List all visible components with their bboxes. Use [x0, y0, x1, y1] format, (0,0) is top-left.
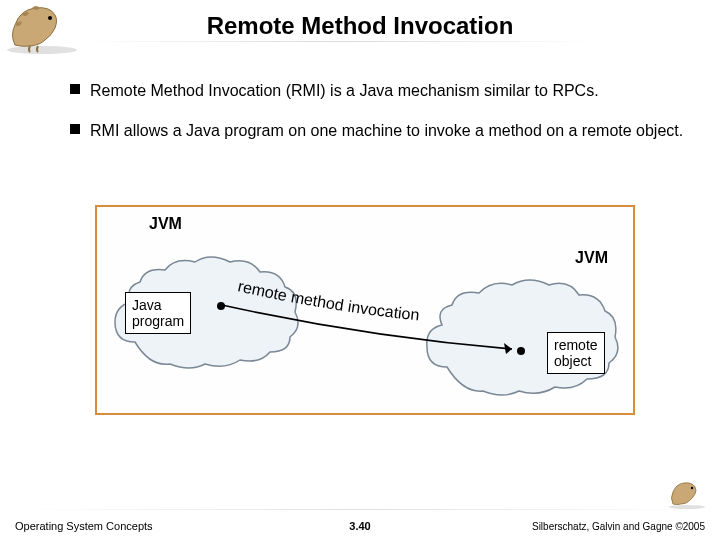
bullet-list: Remote Method Invocation (RMI) is a Java… [70, 80, 690, 159]
svg-text:remote method invocation: remote method invocation [236, 279, 420, 324]
rmi-text: remote method invocation [236, 279, 420, 324]
rmi-diagram: JVM JVM Java program remote object remot… [95, 205, 635, 415]
footer-rule [20, 509, 700, 510]
footer: Operating System Concepts 3.40 Silbersch… [0, 512, 720, 532]
remote-object-box: remote object [547, 332, 605, 374]
footer-copyright: Silberschatz, Galvin and Gagne ©2005 [532, 521, 705, 532]
bullet-icon [70, 84, 80, 94]
remote-object-label: remote object [554, 337, 598, 369]
page-title: Remote Method Invocation [0, 12, 720, 40]
bullet-text: RMI allows a Java program on one machine… [90, 120, 683, 142]
svg-point-0 [7, 46, 77, 54]
java-program-label: Java program [132, 297, 184, 329]
java-program-box: Java program [125, 292, 191, 334]
jvm-label-left: JVM [149, 215, 182, 233]
svg-point-4 [691, 487, 693, 489]
bullet-icon [70, 124, 80, 134]
jvm-label-right: JVM [575, 249, 608, 267]
bullet-text: Remote Method Invocation (RMI) is a Java… [90, 80, 599, 102]
footer-book-title: Operating System Concepts [15, 520, 153, 532]
title-underline [85, 41, 595, 42]
rmi-arc-label: remote method invocation [232, 279, 512, 339]
list-item: Remote Method Invocation (RMI) is a Java… [70, 80, 690, 102]
slide-number: 3.40 [349, 520, 370, 532]
list-item: RMI allows a Java program on one machine… [70, 120, 690, 142]
